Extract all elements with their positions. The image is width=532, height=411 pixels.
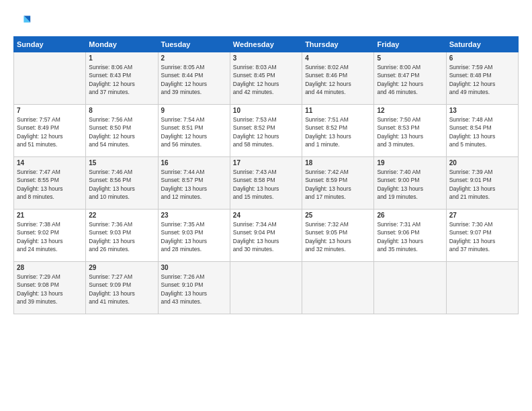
day-info: Sunrise: 7:51 AM Sunset: 8:52 PM Dayligh…: [305, 116, 371, 148]
day-info: Sunrise: 7:47 AM Sunset: 8:55 PM Dayligh…: [17, 168, 83, 201]
logo: [13, 12, 35, 31]
calendar-cell: 24Sunrise: 7:34 AM Sunset: 9:04 PM Dayli…: [230, 210, 302, 262]
day-number: 18: [305, 159, 371, 167]
calendar-cell: 29Sunrise: 7:27 AM Sunset: 9:09 PM Dayli…: [86, 262, 158, 314]
calendar-cell: 14Sunrise: 7:47 AM Sunset: 8:55 PM Dayli…: [14, 157, 86, 210]
calendar-header: SundayMondayTuesdayWednesdayThursdayFrid…: [14, 37, 519, 52]
day-number: 1: [89, 54, 154, 62]
day-info: Sunrise: 7:32 AM Sunset: 9:05 PM Dayligh…: [305, 220, 371, 253]
header-cell-monday: Monday: [86, 37, 158, 52]
calendar-cell: 19Sunrise: 7:40 AM Sunset: 9:00 PM Dayli…: [374, 157, 446, 210]
day-number: 27: [449, 212, 515, 219]
calendar-cell: 17Sunrise: 7:43 AM Sunset: 8:58 PM Dayli…: [230, 157, 302, 210]
header-cell-thursday: Thursday: [302, 37, 374, 52]
day-info: Sunrise: 8:06 AM Sunset: 8:43 PM Dayligh…: [89, 63, 154, 96]
day-number: 23: [161, 212, 227, 219]
calendar-cell: 5Sunrise: 8:00 AM Sunset: 8:47 PM Daylig…: [374, 52, 446, 105]
calendar-cell: 13Sunrise: 7:48 AM Sunset: 8:54 PM Dayli…: [446, 105, 518, 157]
day-info: Sunrise: 7:48 AM Sunset: 8:54 PM Dayligh…: [449, 116, 515, 148]
calendar-cell: 25Sunrise: 7:32 AM Sunset: 9:05 PM Dayli…: [302, 210, 374, 262]
day-number: 2: [161, 54, 227, 62]
calendar-cell: 28Sunrise: 7:29 AM Sunset: 9:08 PM Dayli…: [14, 262, 86, 314]
day-info: Sunrise: 8:02 AM Sunset: 8:46 PM Dayligh…: [305, 63, 371, 96]
day-number: 14: [17, 159, 83, 167]
header-cell-sunday: Sunday: [14, 37, 86, 52]
day-number: 3: [233, 54, 299, 62]
day-number: 8: [89, 107, 154, 114]
day-info: Sunrise: 7:54 AM Sunset: 8:51 PM Dayligh…: [161, 116, 227, 148]
day-number: 4: [305, 54, 371, 62]
day-number: 25: [305, 212, 371, 219]
header-cell-saturday: Saturday: [446, 37, 518, 52]
calendar-cell: 22Sunrise: 7:36 AM Sunset: 9:03 PM Dayli…: [86, 210, 158, 262]
calendar-week-2: 14Sunrise: 7:47 AM Sunset: 8:55 PM Dayli…: [14, 157, 519, 210]
calendar-week-1: 7Sunrise: 7:57 AM Sunset: 8:49 PM Daylig…: [14, 105, 519, 157]
calendar-cell: 10Sunrise: 7:53 AM Sunset: 8:52 PM Dayli…: [230, 105, 302, 157]
calendar-cell: [230, 262, 302, 314]
calendar-cell: 23Sunrise: 7:35 AM Sunset: 9:03 PM Dayli…: [158, 210, 230, 262]
day-info: Sunrise: 7:31 AM Sunset: 9:06 PM Dayligh…: [377, 220, 443, 253]
calendar-cell: 20Sunrise: 7:39 AM Sunset: 9:01 PM Dayli…: [446, 157, 518, 210]
day-info: Sunrise: 7:40 AM Sunset: 9:00 PM Dayligh…: [377, 168, 443, 201]
day-info: Sunrise: 7:26 AM Sunset: 9:10 PM Dayligh…: [161, 273, 227, 306]
day-number: 28: [17, 264, 83, 271]
calendar-cell: 3Sunrise: 8:03 AM Sunset: 8:45 PM Daylig…: [230, 52, 302, 105]
calendar-cell: 18Sunrise: 7:42 AM Sunset: 8:59 PM Dayli…: [302, 157, 374, 210]
day-info: Sunrise: 8:03 AM Sunset: 8:45 PM Dayligh…: [233, 63, 299, 96]
calendar-cell: [302, 262, 374, 314]
day-info: Sunrise: 7:43 AM Sunset: 8:58 PM Dayligh…: [233, 168, 299, 201]
calendar-cell: 26Sunrise: 7:31 AM Sunset: 9:06 PM Dayli…: [374, 210, 446, 262]
calendar-cell: 15Sunrise: 7:46 AM Sunset: 8:56 PM Dayli…: [86, 157, 158, 210]
calendar-cell: 12Sunrise: 7:50 AM Sunset: 8:53 PM Dayli…: [374, 105, 446, 157]
day-info: Sunrise: 8:00 AM Sunset: 8:47 PM Dayligh…: [377, 63, 443, 96]
calendar-cell: 2Sunrise: 8:05 AM Sunset: 8:44 PM Daylig…: [158, 52, 230, 105]
calendar-cell: 11Sunrise: 7:51 AM Sunset: 8:52 PM Dayli…: [302, 105, 374, 157]
calendar-body: 1Sunrise: 8:06 AM Sunset: 8:43 PM Daylig…: [14, 52, 519, 314]
calendar-cell: 4Sunrise: 8:02 AM Sunset: 8:46 PM Daylig…: [302, 52, 374, 105]
day-number: 26: [377, 212, 443, 219]
day-number: 21: [17, 212, 83, 219]
day-info: Sunrise: 8:05 AM Sunset: 8:44 PM Dayligh…: [161, 63, 227, 96]
day-number: 6: [449, 54, 515, 62]
header-cell-tuesday: Tuesday: [158, 37, 230, 52]
calendar-cell: 1Sunrise: 8:06 AM Sunset: 8:43 PM Daylig…: [86, 52, 158, 105]
calendar-table: SundayMondayTuesdayWednesdayThursdayFrid…: [13, 36, 519, 314]
day-info: Sunrise: 7:38 AM Sunset: 9:02 PM Dayligh…: [17, 220, 83, 253]
logo-icon: [13, 12, 32, 31]
day-number: 29: [89, 264, 154, 271]
header-cell-friday: Friday: [374, 37, 446, 52]
calendar-cell: [374, 262, 446, 314]
calendar-week-4: 28Sunrise: 7:29 AM Sunset: 9:08 PM Dayli…: [14, 262, 519, 314]
calendar-cell: 7Sunrise: 7:57 AM Sunset: 8:49 PM Daylig…: [14, 105, 86, 157]
day-number: 30: [161, 264, 227, 271]
day-info: Sunrise: 7:39 AM Sunset: 9:01 PM Dayligh…: [449, 168, 515, 201]
header: [13, 12, 519, 31]
calendar-cell: 8Sunrise: 7:56 AM Sunset: 8:50 PM Daylig…: [86, 105, 158, 157]
day-info: Sunrise: 7:46 AM Sunset: 8:56 PM Dayligh…: [89, 168, 154, 201]
day-number: 24: [233, 212, 299, 219]
calendar-week-0: 1Sunrise: 8:06 AM Sunset: 8:43 PM Daylig…: [14, 52, 519, 105]
day-number: 12: [377, 107, 443, 114]
calendar-cell: [446, 262, 518, 314]
header-cell-wednesday: Wednesday: [230, 37, 302, 52]
day-number: 9: [161, 107, 227, 114]
day-info: Sunrise: 7:53 AM Sunset: 8:52 PM Dayligh…: [233, 116, 299, 148]
calendar-cell: [14, 52, 86, 105]
day-info: Sunrise: 7:30 AM Sunset: 9:07 PM Dayligh…: [449, 220, 515, 253]
day-info: Sunrise: 7:57 AM Sunset: 8:49 PM Dayligh…: [17, 116, 83, 148]
page: SundayMondayTuesdayWednesdayThursdayFrid…: [0, 0, 532, 411]
calendar-cell: 21Sunrise: 7:38 AM Sunset: 9:02 PM Dayli…: [14, 210, 86, 262]
day-number: 20: [449, 159, 515, 167]
calendar-cell: 6Sunrise: 7:59 AM Sunset: 8:48 PM Daylig…: [446, 52, 518, 105]
calendar-week-3: 21Sunrise: 7:38 AM Sunset: 9:02 PM Dayli…: [14, 210, 519, 262]
day-number: 13: [449, 107, 515, 114]
day-number: 19: [377, 159, 443, 167]
calendar-cell: 30Sunrise: 7:26 AM Sunset: 9:10 PM Dayli…: [158, 262, 230, 314]
day-number: 22: [89, 212, 154, 219]
calendar-cell: 16Sunrise: 7:44 AM Sunset: 8:57 PM Dayli…: [158, 157, 230, 210]
day-info: Sunrise: 7:50 AM Sunset: 8:53 PM Dayligh…: [377, 116, 443, 148]
day-info: Sunrise: 7:56 AM Sunset: 8:50 PM Dayligh…: [89, 116, 154, 148]
day-info: Sunrise: 7:29 AM Sunset: 9:08 PM Dayligh…: [17, 273, 83, 306]
day-number: 7: [17, 107, 83, 114]
day-number: 17: [233, 159, 299, 167]
